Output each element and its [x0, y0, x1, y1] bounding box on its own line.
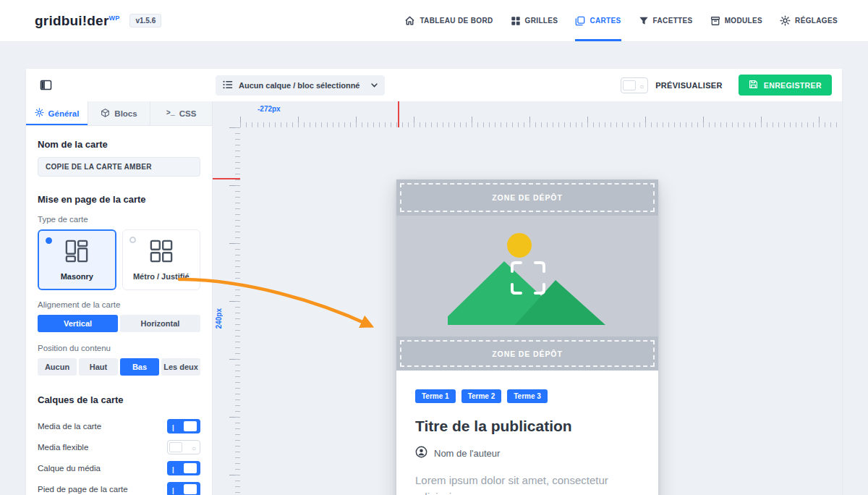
- card-name-heading: Nom de la carte: [38, 139, 200, 150]
- editor-canvas: -272px 240px: [213, 101, 842, 495]
- metro-icon: [149, 239, 174, 266]
- terminal-icon: >_: [166, 109, 175, 117]
- type-option-masonry[interactable]: Masonry: [38, 229, 116, 290]
- tab-blocks[interactable]: Blocs: [88, 101, 150, 125]
- card-type-options: Masonry Métro / Justifié: [38, 229, 200, 290]
- layer-label: Calque du média: [38, 464, 101, 473]
- alignment-label: Alignement de la carte: [38, 300, 200, 309]
- layer-label: Pied de page de la carte: [38, 485, 128, 494]
- builder-toolbar: Aucun calque / bloc sélectionné PRÉVISUA…: [26, 69, 842, 101]
- term-badge[interactable]: Terme 2: [461, 389, 502, 403]
- tab-label: Général: [48, 109, 80, 118]
- save-label: ENREGISTRER: [764, 81, 822, 90]
- version-badge: v1.5.6: [129, 14, 161, 28]
- preview-toggle[interactable]: PRÉVISUALISER: [621, 77, 723, 93]
- horizontal-ruler: [240, 101, 842, 127]
- gear-icon: [35, 108, 44, 119]
- cards-icon: [575, 16, 585, 26]
- image-placeholder-illustration: [448, 229, 607, 328]
- nav-item-facets[interactable]: FACETTES: [639, 0, 693, 41]
- type-label: Masonry: [61, 272, 93, 281]
- nav-item-modules[interactable]: MODULES: [710, 0, 762, 41]
- sidebar-tabs: Général Blocs >_ CSS: [26, 101, 212, 126]
- card-footer-block[interactable]: Terme 1 Terme 2 Terme 3 Titre de la publ…: [396, 371, 658, 495]
- layer-row-footer: Pied de page de la carte: [38, 478, 200, 495]
- excerpt-line: Lorem ipsum dolor sit amet, consectetur …: [415, 472, 639, 495]
- app-header: gridbui!derWP v1.5.6 TABLEAU DE BORD GRI…: [0, 0, 868, 42]
- masonry-icon: [64, 239, 89, 266]
- grid-icon: [511, 16, 521, 26]
- card-name-input[interactable]: [38, 157, 200, 177]
- nav-label: FACETTES: [653, 17, 693, 25]
- content-position-segments: Aucun Haut Bas Les deux: [38, 358, 200, 376]
- tab-label: Blocs: [114, 109, 137, 118]
- dropzone-top[interactable]: ZONE DE DÉPÔT: [396, 179, 658, 216]
- layer-select-dropdown[interactable]: Aucun calque / bloc sélectionné: [216, 75, 385, 96]
- layer-row-media-overlay: Calque du média: [38, 457, 200, 478]
- author-block[interactable]: Nom de l'auteur: [415, 446, 639, 460]
- excerpt-block[interactable]: Lorem ipsum dolor sit amet, consectetur …: [415, 472, 639, 495]
- builder-panel: Aucun calque / bloc sélectionné PRÉVISUA…: [26, 69, 842, 495]
- dropzone-label: ZONE DE DÉPÔT: [400, 183, 655, 212]
- card-preview[interactable]: ZONE DE DÉPÔT ZONE DE DÉPÔT Terme 1 Term…: [396, 179, 658, 495]
- position-top-button[interactable]: Haut: [79, 358, 118, 376]
- radio-unselected: [129, 237, 136, 243]
- media-overlay-toggle[interactable]: [167, 461, 200, 475]
- nav-label: TABLEAU DE BORD: [420, 17, 493, 25]
- settings-sidebar: Général Blocs >_ CSS Nom de la carte Mis…: [26, 101, 213, 495]
- save-button[interactable]: ENREGISTRER: [739, 75, 832, 96]
- layer-label: Media de la carte: [38, 422, 101, 431]
- sun-shape: [507, 233, 532, 258]
- nav-label: MODULES: [725, 17, 762, 25]
- media-toggle[interactable]: [167, 419, 200, 433]
- chevron-down-icon: [371, 83, 378, 88]
- preview-label: PRÉVISUALISER: [655, 81, 723, 90]
- nav-item-dashboard[interactable]: TABLEAU DE BORD: [404, 0, 493, 41]
- nav-item-grids[interactable]: GRILLES: [511, 0, 558, 41]
- app-logo[interactable]: gridbui!derWP: [35, 13, 119, 29]
- alignment-vertical-button[interactable]: Vertical: [38, 315, 118, 332]
- preview-switch[interactable]: [621, 77, 648, 93]
- tab-label: CSS: [179, 109, 197, 118]
- term-badge[interactable]: Terme 1: [415, 389, 456, 403]
- list-icon: [223, 79, 233, 92]
- ruler-position-label-left: 240px: [215, 308, 223, 329]
- type-option-metro[interactable]: Métro / Justifié: [122, 229, 201, 290]
- card-type-label: Type de carte: [38, 215, 200, 224]
- logo-wp-superscript: WP: [109, 14, 119, 21]
- nav-item-settings[interactable]: RÉGLAGES: [780, 0, 838, 41]
- alignment-segments: Vertical Horizontal: [38, 315, 200, 332]
- ruler-position-label-top: -272px: [258, 105, 281, 113]
- modules-icon: [710, 16, 720, 26]
- home-icon: [404, 15, 415, 26]
- position-bottom-button[interactable]: Bas: [120, 358, 159, 376]
- position-both-button[interactable]: Les deux: [161, 358, 200, 376]
- tab-general[interactable]: Général: [26, 101, 88, 125]
- collapse-panel-icon[interactable]: [36, 77, 55, 94]
- nav-label: GRILLES: [525, 17, 558, 25]
- card-layers-heading: Calques de la carte: [38, 394, 200, 405]
- footer-toggle[interactable]: [167, 482, 200, 495]
- alignment-horizontal-button[interactable]: Horizontal: [120, 315, 200, 332]
- dropzone-bottom[interactable]: ZONE DE DÉPÔT: [396, 337, 658, 371]
- save-icon: [749, 80, 758, 90]
- post-title-block[interactable]: Titre de la publication: [415, 418, 639, 435]
- layer-select-value: Aucun calque / bloc sélectionné: [239, 81, 359, 90]
- gear-icon: [780, 15, 791, 26]
- cube-icon: [101, 108, 110, 119]
- avatar-icon: [415, 446, 427, 460]
- nav-item-cards[interactable]: CARTES: [575, 0, 621, 41]
- dropzone-label: ZONE DE DÉPÔT: [400, 340, 655, 367]
- author-name: Nom de l'auteur: [434, 448, 500, 459]
- type-label: Métro / Justifié: [133, 272, 190, 281]
- nav-label: RÉGLAGES: [795, 17, 838, 25]
- facets-icon: [639, 16, 649, 26]
- layer-label: Media flexible: [38, 443, 88, 452]
- tab-css[interactable]: >_ CSS: [150, 101, 212, 125]
- ruler-guide-horizontal: [213, 178, 240, 179]
- card-media-block[interactable]: ZONE DE DÉPÔT ZONE DE DÉPÔT: [396, 179, 658, 371]
- term-badge[interactable]: Terme 3: [507, 389, 548, 403]
- position-none-button[interactable]: Aucun: [38, 358, 77, 376]
- nav-label: CARTES: [590, 17, 621, 25]
- flexible-media-toggle[interactable]: [167, 440, 200, 454]
